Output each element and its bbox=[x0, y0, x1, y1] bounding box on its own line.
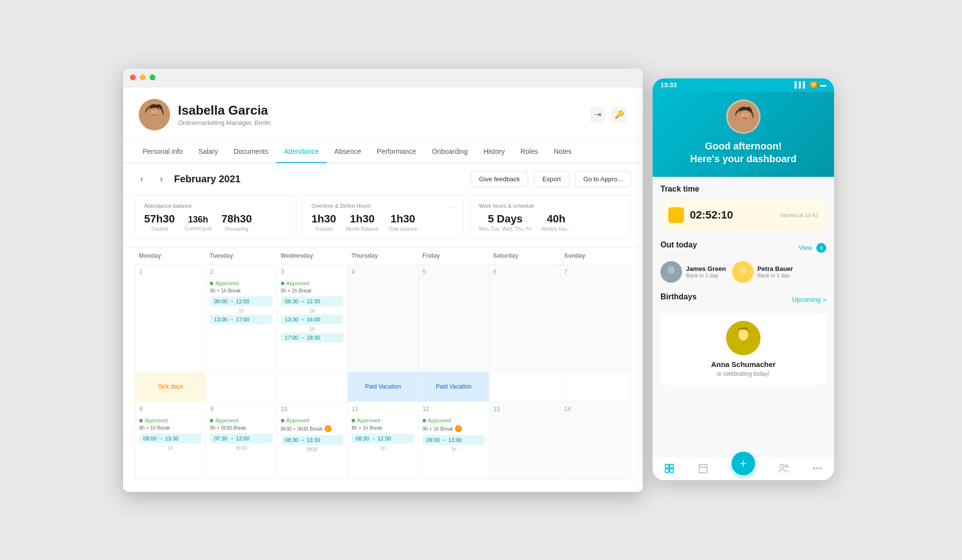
cal-cell-6[interactable]: 6 bbox=[489, 265, 560, 372]
approved-label-9: Approved bbox=[215, 417, 238, 423]
empty-cell-w1b bbox=[206, 372, 277, 402]
approved-dot-12 bbox=[423, 419, 426, 422]
person-petra: Petra Bauer Back in 1 day bbox=[732, 261, 793, 283]
tab-onboarding[interactable]: Onboarding bbox=[424, 141, 476, 163]
date-5: 5 bbox=[423, 268, 485, 275]
svg-point-17 bbox=[738, 329, 748, 341]
day-header-sunday: Sunday bbox=[560, 247, 631, 264]
total-balance: 1h30 bbox=[388, 213, 417, 225]
cal-cell-14[interactable]: 14 bbox=[560, 402, 631, 480]
approved-label-2: Approved bbox=[215, 280, 238, 286]
cal-cell-2[interactable]: 2 Approved 8h + 1h Break 08:00 → 12:00 1… bbox=[206, 265, 277, 372]
cal-cell-1[interactable]: 1 bbox=[135, 265, 206, 372]
empty-cell-w1d bbox=[489, 372, 560, 402]
tab-absence[interactable]: Absence bbox=[327, 141, 369, 163]
day-header-saturday: Saturday bbox=[489, 247, 560, 264]
date-4: 4 bbox=[352, 268, 414, 275]
tab-personal-info[interactable]: Personal info bbox=[135, 141, 191, 163]
next-month-button[interactable]: › bbox=[154, 172, 168, 186]
weekly-hours: 40h bbox=[541, 213, 571, 225]
tab-performance[interactable]: Performance bbox=[369, 141, 424, 163]
more-nav-item[interactable] bbox=[812, 463, 823, 474]
give-feedback-button[interactable]: Give feedback bbox=[471, 171, 528, 187]
cal-cell-7[interactable]: 7 bbox=[560, 265, 631, 372]
track-time-card[interactable]: 02:52:10 Started at 10:41 bbox=[660, 199, 826, 231]
calendar-nav-item[interactable] bbox=[698, 463, 709, 474]
gap-11a: 1h bbox=[352, 445, 414, 451]
out-today-header: Out today View 9 bbox=[660, 241, 826, 255]
export-button[interactable]: Export bbox=[534, 171, 569, 187]
attendance-balance-label: Attendance balance bbox=[144, 203, 287, 209]
time-block-3a: 08:30 → 12:30 bbox=[281, 296, 343, 306]
vacation-fri-label: Paid Vacation bbox=[436, 383, 472, 390]
go-to-approvals-button[interactable]: Go to Appro... bbox=[575, 171, 631, 187]
mobile-avatar bbox=[726, 99, 760, 134]
upcoming-link[interactable]: Upcoming > bbox=[792, 296, 826, 303]
approved-dot-9 bbox=[210, 419, 213, 422]
tab-notes[interactable]: Notes bbox=[546, 141, 580, 163]
time-block-3b: 13:30 → 16:00 bbox=[281, 315, 343, 324]
out-today-list: James Green Back in 1 day Petra Bauer bbox=[660, 261, 826, 283]
break-label-11: 8h + 1h Break bbox=[352, 425, 414, 431]
home-nav-item[interactable] bbox=[664, 463, 675, 474]
mobile-status-bar: 13:33 ▌▌▌ 🛜 ▬ bbox=[653, 78, 834, 92]
cal-cell-5[interactable]: 5 bbox=[419, 265, 489, 372]
maximize-dot bbox=[150, 74, 155, 80]
cal-cell-11[interactable]: 11 Approved 8h + 1h Break 08:30 → 12:30 … bbox=[348, 402, 418, 480]
overtime-menu-icon[interactable]: ··· bbox=[448, 203, 454, 212]
tab-roles[interactable]: Roles bbox=[512, 141, 546, 163]
vacation-fri-cell[interactable]: Paid Vacation bbox=[419, 372, 489, 402]
tab-history[interactable]: History bbox=[476, 141, 513, 163]
view-count: 9 bbox=[816, 243, 826, 253]
break-label-2: 8h + 1h Break bbox=[210, 288, 272, 293]
approved-dot-10 bbox=[281, 419, 284, 422]
prev-month-button[interactable]: ‹ bbox=[135, 172, 149, 186]
cal-cell-13[interactable]: 13 bbox=[489, 402, 560, 480]
cal-cell-3[interactable]: 3 Approved 8h + 2h Break 08:30 → 12:30 1… bbox=[277, 265, 348, 372]
svg-point-27 bbox=[820, 467, 821, 469]
overtime-values: 1h30 Tracked 1h30 Month Balance 1h30 Tot… bbox=[311, 213, 454, 232]
cal-cell-4[interactable]: 4 bbox=[348, 265, 418, 372]
view-link[interactable]: View 9 bbox=[799, 243, 826, 253]
fab-add-button[interactable]: + bbox=[732, 452, 755, 475]
gap-2a: 1h bbox=[210, 308, 272, 314]
profile-info: Isabella Garcia Onlinemarketing Manager,… bbox=[178, 103, 582, 126]
break-label-9: 8h + 0h30 Break bbox=[210, 425, 272, 431]
vacation-thu-cell[interactable]: Paid Vacation bbox=[348, 372, 418, 402]
sick-days-label: Sick days bbox=[158, 383, 183, 390]
petra-avatar bbox=[732, 261, 754, 283]
time-block-12a: 09:00 → 13:00 bbox=[423, 435, 485, 445]
tab-documents[interactable]: Documents bbox=[226, 141, 276, 163]
people-nav-item[interactable] bbox=[778, 463, 789, 474]
desktop-window: Isabella Garcia Onlinemarketing Manager,… bbox=[123, 69, 643, 492]
month-title: February 2021 bbox=[174, 173, 465, 185]
svg-point-23 bbox=[780, 464, 784, 467]
birthday-name: Anna Schumacher bbox=[668, 360, 818, 368]
break-label-10: 8h30 + 0h30 Break ! bbox=[281, 425, 343, 432]
svg-rect-21 bbox=[670, 468, 673, 472]
vacation-thu-label: Paid Vacation bbox=[365, 383, 401, 390]
svg-point-4 bbox=[152, 111, 153, 113]
info-icon-12: ! bbox=[455, 425, 462, 432]
approved-label-8: Approved bbox=[145, 417, 168, 423]
cal-cell-10[interactable]: 10 Approved 8h30 + 0h30 Break ! 08:30 → … bbox=[277, 402, 348, 480]
info-icon-10: ! bbox=[325, 425, 331, 432]
greeting-text: Good afternoon!Here's your dashboard bbox=[662, 140, 824, 165]
svg-rect-18 bbox=[665, 464, 669, 467]
share-button[interactable]: ⇥ bbox=[590, 107, 606, 122]
approved-dot-2 bbox=[210, 282, 213, 285]
tab-salary[interactable]: Salary bbox=[191, 141, 226, 163]
empty-cell-w1c bbox=[277, 372, 348, 402]
status-icons: ▌▌▌ 🛜 ▬ bbox=[794, 81, 826, 88]
cal-cell-8[interactable]: 8 Approved 8h + 1h Break 09:00 → 13:30 1… bbox=[135, 402, 206, 480]
petra-name: Petra Bauer bbox=[758, 265, 793, 272]
schedule-values: 5 Days Mon, Tue, Wed, Thu, Fri 40h Weekl… bbox=[479, 213, 622, 232]
gap-3a: 1h bbox=[281, 308, 343, 314]
cal-cell-9[interactable]: 9 Approved 8h + 0h30 Break 07:30 → 12:00… bbox=[206, 402, 277, 480]
cal-cell-12[interactable]: 12 Approved 9h + 1h Break ! 09:00 → 13:0… bbox=[419, 402, 489, 480]
birthday-card: Anna Schumacher is celebrating today! bbox=[660, 313, 826, 385]
svg-point-5 bbox=[155, 111, 156, 113]
sick-days-cell[interactable]: Sick days bbox=[135, 372, 206, 402]
tab-attendance[interactable]: Attendance bbox=[276, 141, 327, 163]
settings-button[interactable]: 🔑 bbox=[611, 107, 627, 122]
